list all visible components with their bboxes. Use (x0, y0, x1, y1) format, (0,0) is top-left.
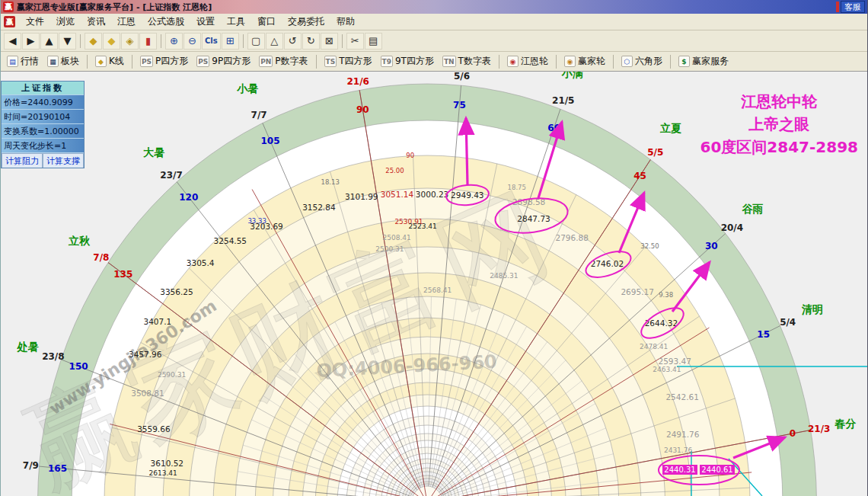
p-shuzibiao-icon: PN (259, 56, 273, 67)
view-button-label: P四方形 (155, 55, 188, 68)
menu-item-资讯[interactable]: 资讯 (81, 14, 111, 30)
wheel-label: 15 (757, 329, 770, 340)
info-row: 价格=2440.9099 (2, 94, 84, 109)
wheel-label: 3254.55 (214, 236, 247, 245)
menu-item-设置[interactable]: 设置 (190, 14, 221, 30)
wheel-label: 135 (113, 269, 132, 280)
info-panel-title: 上证指数 (2, 82, 84, 94)
kline-candle-button[interactable]: ▮ (139, 33, 157, 50)
wheel-label: 5/4 (780, 317, 796, 328)
view-button-t-shuzibiao[interactable]: TNT数字表 (439, 53, 495, 69)
wheel-label: 立秋 (68, 235, 91, 247)
zoom-in-button[interactable]: ⊕ (165, 33, 183, 50)
wheel-label: 20/4 (721, 222, 743, 233)
view-button-hangqing[interactable]: ▤行情 (3, 53, 43, 69)
wheel-label: 7/7 (251, 110, 267, 120)
view-button-label: 行情 (21, 55, 39, 68)
wheel-label: 2485.31 (490, 272, 518, 280)
toolbar-separator (161, 34, 161, 48)
calc-button-计算阻力[interactable]: 计算阻力 (2, 153, 43, 168)
wheel-label: 立夏 (659, 122, 681, 134)
wheel-label: 32.50 (640, 242, 659, 250)
t-shuzibiao-icon: TN (442, 56, 456, 67)
wheel-label: 2590.31 (158, 371, 186, 379)
wheel-label: 谷雨 (741, 203, 763, 215)
nav-up-button[interactable]: ▲ (40, 33, 58, 50)
view-button-p-shuzibiao[interactable]: PNP数字表 (255, 53, 311, 69)
annotation-text: 江恩轮中轮上帝之眼60度区间2847-2898 (700, 90, 858, 158)
view-button-p-sifangxing[interactable]: PSP四方形 (136, 53, 192, 69)
menu-item-江恩[interactable]: 江恩 (111, 14, 142, 30)
title-bar: 赢 赢家江恩专业版[赢家服务平台] - [上证指数 江恩轮] 客服 (1, 0, 867, 14)
hangqing-icon: ▤ (7, 56, 18, 67)
view-button-label: 赢家轮 (578, 55, 605, 68)
view-button-yingjiafuwu[interactable]: $赢家服务 (675, 53, 732, 69)
menu-item-公式选股[interactable]: 公式选股 (142, 14, 190, 30)
rotate-ccw-tool-button[interactable]: ↺ (284, 33, 302, 50)
wheel-label: 3305.4 (187, 258, 215, 267)
customer-service-button[interactable]: 客服 (841, 1, 865, 13)
view-button-t-sifangxing[interactable]: TST四方形 (321, 53, 376, 69)
cls-button[interactable]: Cls (202, 33, 221, 50)
wheel-label: 3508.81 (131, 389, 164, 398)
view-button-label: K线 (109, 55, 124, 68)
wheel-label: 90 (356, 104, 369, 115)
wheel-label: 9.38 (659, 291, 673, 299)
delete-tool-button[interactable]: ⊠ (321, 33, 338, 50)
diamond-outline-button[interactable]: ◈ (121, 33, 139, 50)
view-button-kxian[interactable]: ◆K线 (91, 53, 128, 69)
wheel-label: 2746.02 (591, 259, 624, 268)
menu-item-交易委托[interactable]: 交易委托 (282, 14, 330, 30)
grid-window-button[interactable]: ⊞ (222, 33, 239, 50)
view-button-label: 江恩轮 (521, 55, 548, 68)
pointer-tool-button[interactable]: ▤ (365, 33, 382, 50)
kxian-icon: ◆ (95, 56, 107, 67)
info-panel: 上证指数 价格=2440.9099时间=20190104变换系数=1.00000… (1, 81, 85, 168)
calc-button-计算支撑[interactable]: 计算支撑 (43, 153, 84, 168)
diamond-gold-1-button[interactable]: ◆ (85, 33, 102, 50)
triangle-tool-button[interactable]: △ (266, 33, 283, 50)
diamond-gold-2-button[interactable]: ◆ (103, 33, 120, 50)
wheel-label: 2508.41 (383, 234, 411, 242)
cut-tool-button[interactable]: ✂ (346, 33, 364, 50)
wheel-label: 2695.17 (621, 287, 653, 296)
rect-tool-button[interactable]: ▢ (247, 33, 265, 50)
wheel-label: 2523.41 (408, 222, 436, 230)
annotation-line: 60度区间2847-2898 (700, 136, 858, 158)
yingjiafuwu-icon: $ (678, 56, 690, 67)
view-button-liujiaoxing[interactable]: ⬡六角形 (617, 53, 666, 69)
wheel-label: 2542.61 (665, 392, 698, 402)
view-button-9p-sifangxing[interactable]: PS9P四方形 (193, 53, 254, 69)
wheel-label: 90 (406, 152, 414, 159)
yingjialun-icon: ◉ (564, 56, 576, 67)
chart-area: 赢家财富网www.yingjia360.comQQ:4006-966-96001… (1, 72, 868, 496)
toolbar-separator (556, 55, 557, 69)
toolbar-separator (670, 55, 671, 69)
wheel-label: 120 (179, 192, 198, 203)
menu-item-文件[interactable]: 文件 (20, 14, 50, 30)
zoom-out-button[interactable]: ⊖ (183, 33, 201, 50)
wheel-label: 5/5 (647, 147, 663, 158)
nav-back-button[interactable]: ◀ (4, 33, 21, 50)
wheel-label: 21/5 (552, 95, 574, 106)
menu-item-窗口[interactable]: 窗口 (251, 14, 282, 30)
toolbar-separator (499, 55, 499, 69)
menu-item-浏览[interactable]: 浏览 (50, 14, 81, 30)
view-button-yingjialun[interactable]: ◉赢家轮 (560, 53, 609, 69)
wheel-label: 21/3 (808, 424, 830, 434)
view-button-9t-sifangxing[interactable]: T99T四方形 (377, 53, 438, 69)
view-button-bankuai[interactable]: ▦板块 (43, 53, 83, 69)
app-window: 赢 赢家江恩专业版[赢家服务平台] - [上证指数 江恩轮] 客服 赢 文件浏览… (0, 0, 868, 496)
annotation-line: 江恩轮中轮 (700, 90, 858, 113)
rotate-cw-tool-button[interactable]: ↻ (302, 33, 320, 50)
toolbar-separator (342, 34, 343, 48)
wheel-label: 2431.76 (664, 446, 692, 454)
menu-item-帮助[interactable]: 帮助 (330, 14, 361, 30)
toolbar-separator (80, 34, 81, 48)
nav-forward-button[interactable]: ▶ (22, 33, 40, 50)
9p-sifangxing-icon: PS (196, 56, 209, 67)
view-button-jiangenlun[interactable]: ◉江恩轮 (503, 53, 552, 69)
wheel-label: 2500.31 (375, 245, 404, 253)
menu-item-工具[interactable]: 工具 (221, 14, 251, 30)
nav-down-button[interactable]: ▼ (59, 33, 76, 50)
